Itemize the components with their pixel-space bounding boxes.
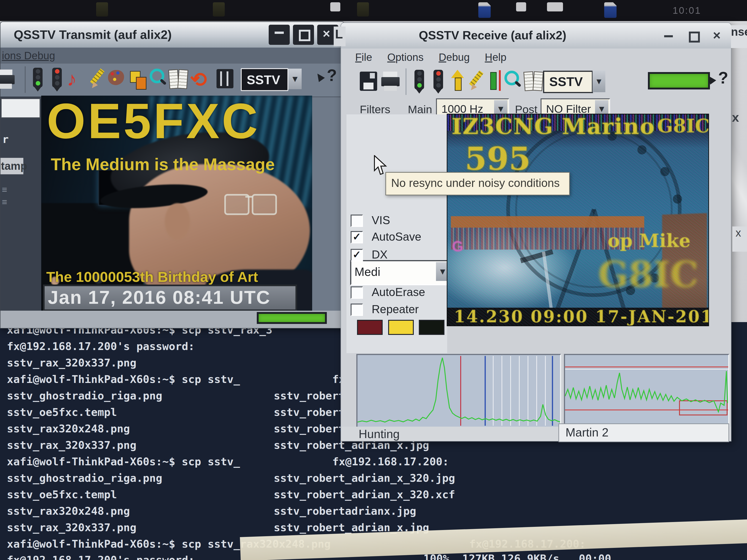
mouse-cursor	[374, 155, 387, 176]
maximize-button[interactable]	[293, 25, 314, 45]
background-window-fragment: x	[732, 226, 747, 251]
rx-mode-value: SSTV	[549, 74, 583, 89]
transmit-menubar[interactable]: ions Debug	[0, 48, 344, 63]
start-tx-icon[interactable]	[28, 68, 48, 91]
stop-tx-icon[interactable]	[48, 68, 67, 91]
receive-window-title: QSSTV Receive (auf alix2)	[419, 28, 566, 42]
menu-help[interactable]: Help	[485, 51, 507, 63]
sync-plot	[565, 355, 728, 427]
edit-icon[interactable]	[88, 68, 108, 91]
template-listbox[interactable]	[1, 98, 40, 118]
minimize-button[interactable]	[660, 27, 678, 44]
tooltip-text: No resync under noisy conditions	[391, 177, 560, 190]
zoom-icon[interactable]	[148, 68, 168, 91]
noise-overlay	[447, 114, 708, 325]
color-swatch[interactable]	[357, 320, 383, 335]
checkbox-checked[interactable]: ✓	[351, 249, 363, 261]
terminal-line: xafi@wolf-ThinkPad-X60s:~$ scp sstv_	[7, 455, 240, 468]
transmit-menu-fragment[interactable]: ions Debug	[2, 49, 55, 62]
checkbox-label: AutoErase	[372, 286, 425, 299]
color-swatch[interactable]	[388, 320, 414, 335]
checkbox-unchecked[interactable]	[351, 303, 363, 316]
terminal-line: sstv_robert_adrian_x_320.jpg	[274, 472, 455, 484]
checkbox-unchecked[interactable]	[351, 215, 363, 227]
transmit-titlebar[interactable]: QSSTV Transmit (auf alix2) ×	[0, 22, 344, 48]
tx-image-timestamp: Jan 17, 2016 08:41 UTC	[48, 287, 271, 308]
receive-statusbar: Hunting Martin 2	[341, 427, 731, 441]
toolbar-separator	[406, 69, 407, 95]
log-book-icon[interactable]	[169, 68, 188, 91]
menu-debug[interactable]: Debug	[439, 51, 470, 63]
print-icon[interactable]	[0, 68, 16, 91]
tx-image-timestamp-box: Jan 17, 2016 08:41 UTC	[43, 285, 297, 311]
whats-this-icon[interactable]: ?	[714, 69, 734, 92]
spectrum-display[interactable]	[356, 354, 561, 428]
terminal-line: fx@192.168.17.200's password:	[7, 554, 195, 560]
rx-sync-mode-value: Medi	[355, 265, 380, 278]
tx-mode-select[interactable]: SSTV	[241, 68, 288, 91]
tone-icon[interactable]: ♪	[67, 68, 86, 91]
color-swatch-icon[interactable]	[129, 68, 148, 91]
terminal-line: sstv_oe5fxc.templ	[7, 406, 117, 419]
menu-options[interactable]: Options	[387, 51, 423, 63]
palette-icon[interactable]	[107, 68, 127, 91]
terminal-line: sstv_rax_320x337.png	[7, 521, 136, 534]
replay-icon[interactable]: ⟲	[190, 68, 210, 91]
edit-icon[interactable]	[467, 70, 487, 94]
background-window-fragment: nsel	[731, 25, 747, 48]
checkbox-label: AutoSave	[372, 230, 421, 243]
checkbox-panel: Medi ▼ VIS✓AutoSave✓DXAutoEraseRepeater	[346, 114, 447, 353]
upload-icon[interactable]	[448, 70, 468, 94]
log-book-icon[interactable]	[524, 70, 544, 94]
post-filter-value: NO Filter	[546, 103, 591, 115]
rx-mode-dropdown-button[interactable]: ▼	[593, 71, 606, 92]
mixer-icon[interactable]	[216, 69, 233, 88]
sync-display[interactable]	[564, 354, 729, 428]
tx-mode-dropdown-button[interactable]: ▼	[288, 69, 302, 89]
color-swatch[interactable]	[419, 320, 444, 335]
zoom-icon[interactable]	[503, 70, 522, 94]
transmit-toolbar: ♪ ⟲ SSTV ▼ ?	[0, 63, 344, 97]
receive-menubar[interactable]: FileOptionsDebugHelp	[355, 50, 521, 64]
print-icon[interactable]	[381, 70, 401, 94]
status-text: Hunting	[359, 427, 400, 441]
terminal-line: sstv_oe5fxc.templ	[7, 488, 117, 501]
tx-mode-value: SSTV	[247, 72, 280, 87]
checkbox-unchecked[interactable]	[351, 286, 363, 299]
terminal-line: sstv_robert_adrian_x_320.xcf	[274, 488, 455, 501]
close-button[interactable]: ×	[707, 27, 726, 44]
checkbox-label: DX	[372, 248, 387, 261]
receive-toolbar: SSTV ▼ ?	[341, 65, 731, 98]
terminal-line: fx@192.168.17.200's password:	[7, 340, 195, 352]
transmit-image-preview: OE5FXC The Medium is the Massage The 100…	[41, 96, 312, 311]
spectrum-plot	[358, 355, 560, 427]
background-close-icon[interactable]: x	[732, 110, 739, 125]
receive-titlebar[interactable]: QSSTV Receive (auf alix2) ×	[341, 23, 731, 49]
transmit-statusbar	[0, 311, 344, 328]
rx-mode-select[interactable]: SSTV	[543, 71, 593, 93]
whats-this-icon[interactable]: ?	[323, 66, 342, 90]
start-rx-icon[interactable]	[410, 70, 430, 94]
checkbox-checked[interactable]: ✓	[351, 231, 363, 243]
terminal-line: sstv_rax320x248.png	[7, 505, 130, 517]
maximize-button[interactable]	[684, 27, 703, 44]
tx-level-meter	[257, 312, 327, 324]
receive-window: QSSTV Receive (auf alix2) × FileOptionsD…	[340, 22, 731, 442]
tx-image-caption: The 10000053th Birthday of Art	[46, 269, 258, 285]
toolbar-separator	[25, 66, 26, 93]
tx-image-callsign: OE5FXC	[47, 96, 260, 150]
panel-fragment-label: tamp	[1, 160, 27, 172]
save-icon[interactable]	[360, 72, 377, 91]
terminal-line: sstv_ghostradio_riga.png	[7, 472, 162, 484]
main-label: Main	[408, 103, 432, 116]
received-sstv-image: G IZ3CNG Marino G8IC 595 op Mike G8IC 14…	[447, 114, 709, 326]
minimize-button[interactable]	[269, 25, 290, 45]
stop-rx-icon[interactable]	[429, 70, 448, 94]
panel-icons: ≡≡	[2, 184, 7, 208]
tooltip: No resync under noisy conditions	[385, 172, 570, 195]
transmit-window: QSSTV Transmit (auf alix2) × ions Debug …	[0, 22, 345, 328]
menu-file[interactable]: File	[355, 51, 372, 63]
checkbox-label: Repeater	[372, 303, 419, 316]
transmit-template-panel: r tamp ≡≡	[0, 97, 41, 311]
rx-sync-mode-combo[interactable]: Medi ▼	[350, 260, 451, 285]
